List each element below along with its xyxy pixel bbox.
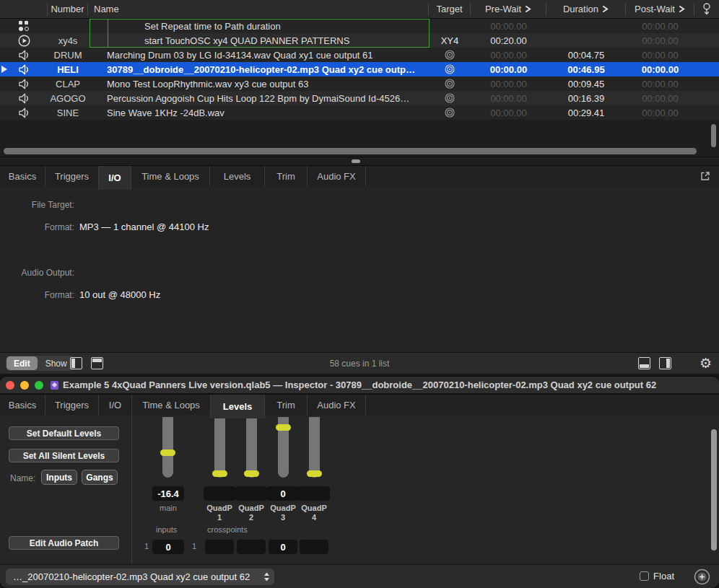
bullseye-icon (445, 107, 455, 118)
scrollbar-thumb[interactable] (4, 148, 697, 154)
level-value-quadp4[interactable] (298, 486, 330, 501)
io-panel: File Target: micpool › Desktop › Current… (0, 186, 719, 352)
cue-row-group[interactable]: Set Repeat time to Path duration 00:00.0… (0, 19, 719, 33)
vertical-scrollbar[interactable] (710, 19, 717, 147)
toggle-right-panel-icon[interactable] (659, 357, 671, 369)
cue-post-wait: 00:00.00 (626, 35, 694, 46)
tab-basics[interactable]: Basics (0, 166, 45, 186)
gear-icon[interactable]: ⚙ (700, 355, 712, 372)
crosspoints-section-label: crosspoints (207, 525, 248, 534)
locate-cue-icon[interactable] (694, 569, 710, 585)
main-window: Number Name Target Pre-Wait Duration Pos… (0, 0, 719, 374)
header-icon-column (0, 3, 48, 16)
fader-handle[interactable] (307, 470, 322, 477)
playhead-icon (1, 66, 7, 73)
tab-io[interactable]: I/O (99, 395, 132, 415)
cue-name: Percussion Agogoish Cup Hits Loop 122 Bp… (88, 93, 429, 104)
expand-column-icon[interactable] (602, 6, 609, 12)
crosspoint-cell-1[interactable] (205, 540, 234, 554)
tab-time-loops[interactable]: Time & Loops (131, 166, 210, 186)
expand-column-icon[interactable] (525, 6, 531, 12)
tab-time-loops[interactable]: Time & Loops (132, 395, 211, 415)
cue-row-start[interactable]: xy4s start TouchOSC xy4 QUAD PANNER PATT… (0, 33, 719, 48)
tab-levels[interactable]: Levels (210, 166, 265, 186)
crosspoint-cell-4[interactable] (300, 540, 328, 554)
tab-audio-fx[interactable]: Audio FX (308, 395, 366, 415)
file-target-label: File Target: (5, 200, 74, 210)
fader-quadp1[interactable] (214, 417, 225, 478)
horizontal-scrollbar[interactable] (0, 147, 719, 155)
inputs-toggle-button[interactable]: Inputs (41, 470, 77, 485)
header-name: Name (88, 3, 429, 16)
float-checkbox[interactable] (640, 571, 649, 581)
open-in-window-icon[interactable] (700, 171, 710, 181)
input-level-cell[interactable]: 0 (152, 540, 184, 554)
speaker-icon (18, 50, 30, 61)
float-toggle[interactable]: Float (640, 571, 674, 582)
tab-triggers[interactable]: Triggers (45, 166, 99, 186)
group-cue-icon (19, 21, 30, 31)
level-value-quadp2[interactable] (235, 486, 267, 501)
level-value-quadp3[interactable]: 0 (267, 486, 299, 501)
fader-handle[interactable] (212, 470, 227, 477)
select-stepper-icon (262, 572, 271, 582)
cue-row-audio[interactable]: SINE Sine Wave 1KHz -24dB.wav 00:00.00 0… (0, 105, 719, 120)
scrollbar-thumb[interactable] (711, 124, 716, 147)
zoom-window-button[interactable] (35, 381, 43, 390)
cue-count-status: 58 cues in 1 list (0, 359, 719, 369)
fader-quadp2[interactable] (246, 417, 257, 478)
cue-row-audio[interactable]: DRUM Marching Drum 03 by LG Id-34134.wav… (0, 48, 719, 62)
inspector-window: Example 5 4xQuad Panners Live version.ql… (0, 377, 719, 588)
gangs-toggle-button[interactable]: Gangs (82, 470, 118, 485)
cue-post-wait: 00:00.00 (626, 21, 694, 32)
inputs-section-label: inputs (156, 525, 177, 534)
fader-handle[interactable] (244, 470, 259, 477)
tab-triggers[interactable]: Triggers (45, 395, 99, 415)
level-value-quadp1[interactable] (204, 486, 235, 501)
cue-number: DRUM (48, 50, 88, 61)
float-label: Float (653, 571, 674, 582)
edit-audio-patch-button[interactable]: Edit Audio Patch (9, 536, 119, 550)
cue-number: HELI (48, 64, 88, 75)
cue-name: start TouchOSC xy4 QUAD PANNER PATTERNS (88, 35, 429, 46)
fader-handle[interactable] (160, 449, 175, 456)
minimize-window-button[interactable] (20, 381, 29, 390)
splitter-handle[interactable] (352, 159, 360, 163)
cue-row-audio[interactable]: CLAP Mono Test LoopRhythmic.wav xy3 cue … (0, 76, 719, 91)
fader-quadp3[interactable] (278, 417, 289, 478)
toggle-bottom-panel-icon[interactable] (638, 357, 650, 369)
fader-quadp4[interactable] (309, 417, 320, 478)
speaker-icon (18, 64, 30, 75)
crosspoint-cell-3[interactable]: 0 (269, 540, 297, 554)
cue-row-audio-selected[interactable]: HELI 30789__dobroide__20070210-helicopte… (0, 62, 719, 76)
vertical-scrollbar[interactable] (710, 426, 717, 556)
tab-trim[interactable]: Trim (265, 166, 308, 186)
cue-number: xy4s (48, 35, 88, 46)
tab-levels[interactable]: Levels (210, 395, 265, 418)
speaker-icon (18, 107, 30, 118)
bullseye-icon (445, 64, 455, 74)
cue-name: 30789__dobroide__20070210-helicopter-02.… (88, 64, 429, 75)
tab-audio-fx[interactable]: Audio FX (308, 166, 366, 186)
cue-number: AGOGO (48, 93, 88, 104)
cue-row-audio[interactable]: AGOGO Percussion Agogoish Cup Hits Loop … (0, 91, 719, 105)
cue-pre-wait: 00:00.00 (471, 21, 546, 32)
set-all-silent-levels-button[interactable]: Set All Silent Levels (9, 449, 119, 462)
cue-selector-dropdown[interactable]: …_20070210-helicopter-02.mp3 Quad xy2 cu… (6, 569, 274, 585)
crosspoint-cell-2[interactable] (237, 540, 266, 554)
cue-post-wait: 00:00.00 (626, 107, 694, 118)
fader-main[interactable] (162, 417, 173, 478)
tab-basics[interactable]: Basics (0, 395, 45, 415)
cue-pre-wait: 00:00.00 (471, 50, 546, 61)
tab-trim[interactable]: Trim (265, 395, 308, 415)
scrollbar-thumb[interactable] (711, 429, 717, 550)
expand-column-icon[interactable] (679, 6, 685, 12)
play-circle-icon (18, 35, 30, 47)
cue-list: Set Repeat time to Path duration 00:00.0… (0, 19, 719, 120)
level-value-main[interactable]: -16.4 (152, 486, 184, 501)
tab-io[interactable]: I/O (98, 166, 131, 190)
fader-handle[interactable] (276, 424, 291, 431)
inspector-bottom-bar: …_20070210-helicopter-02.mp3 Quad xy2 cu… (0, 564, 719, 588)
set-default-levels-button[interactable]: Set Default Levels (9, 426, 119, 440)
close-window-button[interactable] (6, 381, 14, 390)
